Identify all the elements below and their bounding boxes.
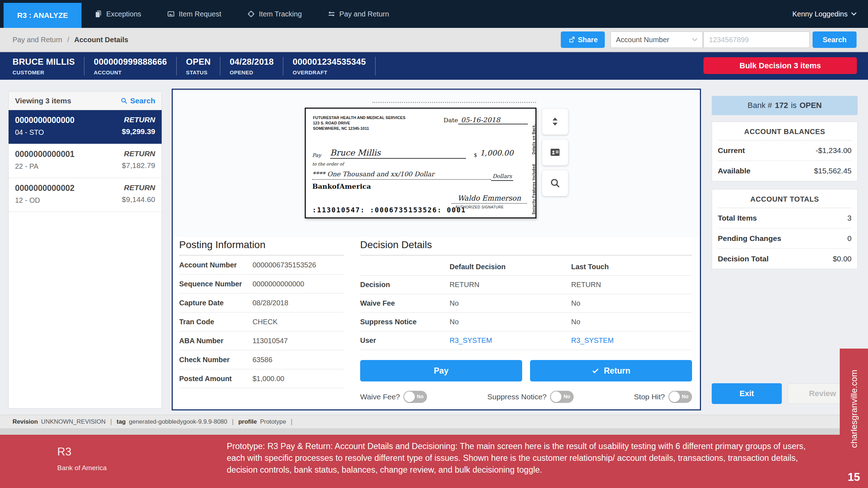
totals-label: Total Items — [718, 214, 757, 222]
decision-default-value: No — [450, 299, 571, 307]
magnifier-icon — [550, 178, 560, 188]
item-decision-info: RETURN $9,299.39 — [122, 115, 155, 138]
check-edge-text-top: Details on Back. — [532, 112, 536, 154]
return-button[interactable]: Return — [530, 360, 692, 381]
dollar-sign: $ — [474, 152, 477, 158]
profile-value: Prototype — [260, 418, 286, 425]
account-balances-card: ACCOUNT BALANCES Current-$1,234.00 Avail… — [712, 122, 858, 181]
tab-label: Pay and Return — [339, 10, 389, 18]
tag-value: generated-gobbledygook-9.9.9-8080 — [129, 418, 227, 425]
item-identity: 0000000000002 12 - OD — [15, 183, 74, 206]
item-amount: $7,182.79 — [122, 161, 155, 170]
decision-last-value: No — [571, 318, 692, 326]
user-menu[interactable]: Kenny Loggedins — [781, 0, 868, 28]
posting-label: Account Number — [179, 260, 249, 270]
toggle-state: No — [682, 394, 688, 399]
posting-row: Tran CodeCHECK — [179, 312, 344, 331]
share-button[interactable]: Share — [561, 31, 605, 48]
default-user-link[interactable]: R3_SYSTEM — [450, 336, 571, 345]
pay-button[interactable]: Pay — [360, 360, 522, 381]
flip-check-button[interactable] — [542, 108, 568, 135]
status-field: OPEN STATUS — [186, 57, 220, 75]
totals-title: ACCOUNT TOTALS — [718, 189, 852, 208]
customer-field: BRUCE MILLIS CUSTOMER — [13, 57, 84, 75]
list-item-selected[interactable]: 0000000000000 04 - STO RETURN $9,299.39 — [9, 110, 162, 144]
totals-row: Total Items3 — [718, 208, 852, 228]
stop-hit-toggle[interactable]: No — [668, 391, 692, 403]
suppress-notice-toggle-group: Suppress Notice? No — [487, 391, 574, 403]
zoom-check-button[interactable] — [542, 170, 568, 196]
order-of-label: to the order of — [312, 162, 344, 167]
tab-item-tracking[interactable]: Item Tracking — [234, 0, 315, 28]
search-type-value: Account Number — [616, 36, 669, 44]
item-identity: 0000000000000 04 - STO — [15, 115, 74, 138]
decision-row-label: Decision — [360, 281, 450, 289]
empty-header-cell — [360, 263, 450, 271]
list-item[interactable]: 0000000000002 12 - OD RETURN $9,144.60 — [9, 178, 162, 212]
posting-title: Posting Information — [179, 239, 344, 256]
check-image-area: FUTURESTAR HEALTH AND MEDICAL SERVICES 1… — [173, 90, 700, 237]
check-image[interactable]: FUTURESTAR HEALTH AND MEDICAL SERVICES 1… — [305, 108, 536, 218]
top-navigation: R3 : ANALYZE Exceptions Item Request Ite… — [0, 0, 868, 28]
decision-toggles: Waive Fee? No Suppress Notice? No Stop H… — [360, 391, 692, 403]
suppress-notice-toggle[interactable]: No — [550, 391, 574, 403]
share-icon — [568, 36, 575, 43]
check-back-edge — [372, 102, 536, 103]
revision-value: UNKNOWN_REVISION — [41, 418, 106, 425]
decision-details-section: Decision Details Default Decision Last T… — [360, 239, 692, 403]
posting-label: ABA Number — [179, 336, 249, 345]
breadcrumb-bar: Pay and Return / Account Details Share A… — [0, 28, 868, 52]
search-link-label: Search — [130, 97, 155, 105]
separator: | — [232, 418, 234, 425]
tab-item-request[interactable]: Item Request — [154, 0, 234, 28]
stop-hit-toggle-group: Stop Hit? No — [634, 391, 692, 403]
account-number-input[interactable] — [703, 31, 810, 48]
item-amount: $9,144.60 — [122, 195, 155, 204]
bulk-decision-button[interactable]: Bulk Decision 3 items — [703, 57, 857, 74]
tab-exceptions[interactable]: Exceptions — [82, 0, 154, 28]
tag-label: tag — [117, 418, 126, 425]
account-status: OPEN — [186, 57, 211, 67]
totals-row: Decision Total$0.00 — [718, 249, 852, 269]
list-item[interactable]: 0000000000001 22 - PA RETURN $7,182.79 — [9, 144, 162, 178]
user-name: Kenny Loggedins — [792, 10, 848, 18]
search-button[interactable]: Search — [813, 31, 857, 48]
item-reason: 04 - STO — [15, 128, 74, 137]
check-payee: Bruce Millis — [330, 148, 466, 159]
dollars-label: Dollars — [491, 173, 513, 181]
swap-arrows-icon — [328, 10, 335, 18]
footer-banner: R3 Bank of America Prototype: R3 Pay & R… — [0, 435, 868, 488]
items-search-link[interactable]: Search — [121, 97, 155, 105]
bank-status: OPEN — [799, 101, 822, 110]
balance-row: Current-$1,234.00 — [718, 141, 852, 161]
last-touch-user-link[interactable]: R3_SYSTEM — [571, 336, 692, 345]
bank-number: 172 — [775, 101, 788, 110]
tab-r3-analyze[interactable]: R3 : ANALYZE — [4, 3, 82, 28]
toggle-state: No — [417, 394, 424, 399]
breadcrumb-parent[interactable]: Pay and Return — [13, 36, 62, 44]
check-signature: Waldo Emmerson — [452, 194, 527, 204]
toggle-knob — [404, 391, 415, 402]
posting-label: Tran Code — [179, 317, 249, 326]
search-type-select[interactable]: Account Number — [610, 31, 703, 48]
totals-row: Pending Changes0 — [718, 228, 852, 249]
balance-row: Available$15,562.45 — [718, 161, 852, 181]
exit-button[interactable]: Exit — [712, 383, 782, 404]
decision-row-label: Waive Fee — [360, 299, 450, 307]
chevron-down-icon — [692, 38, 697, 41]
tab-label: Item Request — [179, 10, 221, 18]
waive-fee-toggle[interactable]: No — [403, 391, 427, 403]
balance-label: Available — [718, 167, 750, 175]
customer-card-button[interactable] — [542, 139, 568, 166]
revision-bar: Revision UNKNOWN_REVISION | tag generate… — [0, 415, 868, 428]
footer-title: R3 — [57, 445, 72, 458]
check-toolbar — [542, 108, 568, 196]
posting-value: $1,000.00 — [249, 375, 344, 383]
check-date: Date05-16-2018 — [443, 116, 528, 124]
footer-description: Prototype: R3 Pay & Return: Account Deta… — [227, 440, 813, 476]
pay-label: Pay — [312, 152, 321, 158]
posting-row: Sequence Number0000000000000 — [179, 275, 344, 294]
search-icon — [121, 97, 128, 104]
tab-pay-and-return[interactable]: Pay and Return — [315, 0, 402, 28]
posting-row: Account Number0000006735153526 — [179, 256, 344, 275]
